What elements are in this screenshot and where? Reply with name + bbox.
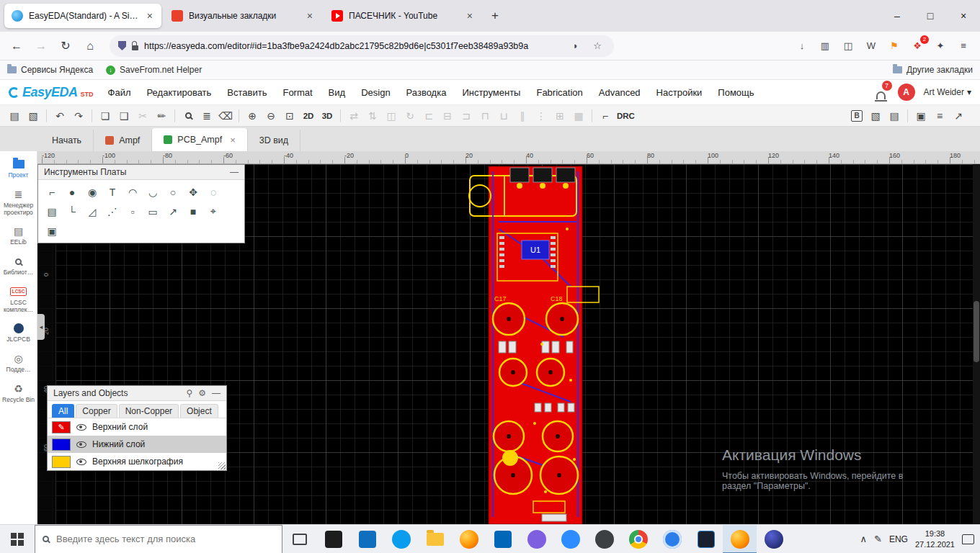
eye-icon[interactable] [76,424,86,431]
layer-row-top[interactable]: ✎ Верхний слой [48,418,226,436]
tab-close-icon[interactable]: × [466,10,474,22]
eye-icon[interactable] [76,459,86,465]
tray-pen-icon[interactable]: ✎ [874,534,882,544]
board-tools-titlebar[interactable]: Инструменты Платы — [38,165,244,180]
taskbar-app-browser[interactable] [452,525,486,553]
new-tab-button[interactable]: + [484,5,506,27]
menu-insert[interactable]: Вставить [227,87,267,98]
clock[interactable]: 19:38 27.12.2021 [915,529,955,549]
layer-color-swatch[interactable] [52,456,71,468]
dashed-rect-tool[interactable]: ▫ [123,202,142,220]
library-icon[interactable]: ▥ [817,38,833,54]
menu-tools[interactable]: Инструменты [462,87,520,98]
flip-vertical-button[interactable]: ⇅ [364,107,381,125]
align-bottom-button[interactable]: ⊔ [495,107,512,125]
home-button[interactable]: ⌂ [79,35,101,57]
filter-button[interactable]: ≣ [198,107,215,125]
menu-fabrication[interactable]: Fabrication [536,87,582,98]
layers-tab-object[interactable]: Object [180,404,218,418]
polyline-tool[interactable]: └ [63,202,81,220]
taskbar-app-chrome[interactable] [621,525,655,553]
bookmark-star-icon[interactable]: ☆ [589,38,605,54]
zoom-in-button[interactable]: ⊕ [244,107,261,125]
align-right-button[interactable]: ⊐ [458,107,475,125]
solid-region-tool[interactable]: ◿ [83,202,102,220]
circle-tool[interactable]: ○ [164,183,182,201]
eraser-button[interactable]: ⌫ [217,107,234,125]
menu-view[interactable]: Вид [329,87,346,98]
taskbar-app-explorer[interactable] [418,525,452,553]
document-button[interactable]: ▤ [886,107,903,125]
lock-icon[interactable] [132,45,138,50]
scrollbar-thumb[interactable] [974,301,979,362]
taskbar-search[interactable] [35,525,282,553]
sidebar-item-project[interactable]: Проект [0,158,37,179]
save-button[interactable]: ▤ [6,107,23,125]
paste-button[interactable]: ❑ [115,107,133,125]
mirror-button[interactable]: ◫ [383,107,400,125]
eye-icon[interactable] [76,441,86,448]
copper-area-tool[interactable]: ◌ [204,183,223,201]
start-button[interactable] [0,525,35,553]
browser-tab-bookmarks[interactable]: Визуальные закладки × [164,4,321,28]
tracking-shield-icon[interactable] [118,41,126,50]
taskbar-app-firefox-nightly[interactable] [757,525,790,553]
format-painter-button[interactable]: ✏ [153,107,170,125]
menu-design[interactable]: Design [361,87,390,98]
extension-icon[interactable]: ✦ [932,38,948,54]
track-tool[interactable]: ⌐ [43,183,61,201]
search-input[interactable] [56,534,275,544]
other-bookmarks[interactable]: Другие закладки [893,65,973,75]
minimize-button[interactable]: – [881,0,914,32]
language-indicator[interactable]: ENG [889,534,908,544]
bookmark-yandex-services[interactable]: Сервисы Яндекса [7,65,93,75]
origin-tool[interactable]: ⌖ [204,202,223,220]
reload-button[interactable]: ↻ [55,35,76,57]
sidebars-icon[interactable]: ◫ [840,38,856,54]
via-tool[interactable]: ◉ [83,183,102,201]
notifications-button[interactable]: 7 [873,85,889,99]
taskbar-app-skype[interactable] [384,525,418,553]
distribute-horizontal-button[interactable]: ∥ [514,107,531,125]
sidebar-item-support[interactable]: ◎ Подде… [0,353,37,374]
grid-array-2-button[interactable]: ▦ [570,107,587,125]
rotate-button[interactable]: ↻ [401,107,419,125]
doc-tab-pcb-ampf[interactable]: PCB_Ampf × [152,128,247,151]
sidebar-item-eelib[interactable]: ▤ EELib [0,225,37,246]
doc-tab-3d-view[interactable]: 3D вид [248,130,300,151]
fit-view-button[interactable]: ⊡ [281,107,298,125]
url-text[interactable]: https://easyeda.com/editor#id=1ba3fbe9a2… [144,41,562,51]
taskbar-app-terminal[interactable] [316,525,350,553]
minimize-panel-icon[interactable]: — [212,388,220,398]
vertical-scrollbar[interactable] [973,164,980,524]
panel-resize-handle[interactable] [218,462,226,469]
image-tool[interactable]: ▤ [43,202,61,220]
user-menu[interactable]: Art Weider ▾ [924,87,972,97]
notification-center-icon[interactable] [962,534,974,544]
arc-center-tool[interactable]: ◡ [143,183,162,201]
sidebar-item-recycle-bin[interactable]: ♻ Recycle Bin [0,383,37,404]
forward-button[interactable]: → [30,35,52,57]
gear-icon[interactable]: ⚙ [198,388,206,398]
menu-advanced[interactable]: Advanced [599,87,641,98]
route-button[interactable]: ⌐ [597,107,614,125]
photo-view-button[interactable]: ▧ [867,107,884,125]
tray-chevron-icon[interactable]: ∧ [860,534,868,544]
layers-tab-non-copper[interactable]: Non-Copper [119,404,179,418]
avatar[interactable]: A [898,84,915,101]
align-top-button[interactable]: ⊓ [476,107,494,125]
menu-edit[interactable]: Редактировать [147,87,212,98]
arc-tool[interactable]: ◠ [123,183,142,201]
view-2d-button[interactable]: 2D [300,107,317,125]
extension-badge-icon[interactable]: ❖2 [909,38,925,54]
sidebar-item-jlcpcb[interactable]: JLCPCB [0,323,37,343]
menu-settings[interactable]: Настройки [656,87,703,98]
align-left-button[interactable]: ⊏ [420,107,437,125]
drc-button[interactable]: DRC [615,107,636,125]
wikipedia-extension-icon[interactable]: W [863,38,879,54]
zoom-out-button[interactable]: ⊖ [262,107,280,125]
close-button[interactable]: × [947,0,980,32]
back-button[interactable]: ← [6,35,27,57]
flip-horizontal-button[interactable]: ⇄ [345,107,362,125]
layer-row-top-silk[interactable]: Верхняя шелкография [48,453,226,470]
